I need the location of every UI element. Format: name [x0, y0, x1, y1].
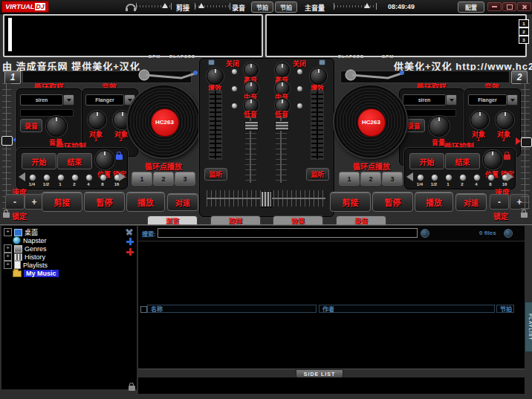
deck2-sample-volume-knob[interactable]: [429, 116, 450, 137]
search-input[interactable]: [158, 228, 418, 238]
deck2-fx-dropdown-icon[interactable]: [507, 94, 518, 106]
mixer-kill-mid-left-led[interactable]: [231, 85, 238, 92]
deck2-loop-double-icon[interactable]: [507, 172, 513, 181]
expand-icon[interactable]: +: [4, 228, 12, 236]
deck1-sync-button[interactable]: 对速: [167, 193, 198, 211]
tree-item-desktop[interactable]: + 桌面: [4, 228, 38, 236]
mixer-gain-left-knob[interactable]: [207, 68, 224, 85]
channel-fader-right-handle[interactable]: [275, 121, 289, 131]
deck1-pitch-slider[interactable]: [2, 83, 11, 211]
tree-item-napster[interactable]: Napster: [13, 236, 47, 244]
deck1-speed-minus-button[interactable]: -: [5, 194, 25, 210]
deck1-pitch-handle[interactable]: [1, 136, 13, 146]
restore-button[interactable]: [502, 2, 516, 11]
deck1-loop-start-button[interactable]: 开始: [22, 153, 56, 169]
beat-button-1[interactable]: 节拍: [251, 1, 273, 13]
deck1-jog-wheel[interactable]: HC263: [128, 85, 200, 158]
deck2-loop-position-knob[interactable]: [483, 150, 502, 169]
pfl-left-button[interactable]: 监听: [204, 168, 227, 181]
deck2-jog-wheel[interactable]: HC263: [334, 85, 406, 158]
deck2-fx-param2-knob[interactable]: [496, 111, 514, 129]
close-button[interactable]: [517, 2, 531, 11]
deck2-cue-1-button[interactable]: 1: [339, 172, 360, 186]
tree-item-history[interactable]: + History: [4, 253, 45, 261]
deck2-speed-lock-icon[interactable]: [521, 213, 528, 218]
waveform-marker-3[interactable]: 3: [519, 36, 529, 44]
deck1-sample-volume-knob[interactable]: [46, 116, 67, 137]
deck2-pause-button[interactable]: 暂停: [372, 192, 413, 212]
deck1-pause-button[interactable]: 暂停: [84, 192, 125, 212]
deck1-sample-dropdown-icon[interactable]: [63, 94, 74, 106]
list-option-icon[interactable]: [504, 229, 513, 238]
headphone-volume-slider[interactable]: [136, 3, 172, 10]
deck2-sync-button[interactable]: 对速: [455, 193, 487, 211]
deck1-sample-record-button[interactable]: 录音: [20, 119, 42, 132]
mixer-gain-right-knob[interactable]: [310, 68, 327, 85]
deck2-fx-param1-knob[interactable]: [470, 111, 489, 129]
playlist-side-tab[interactable]: PLAYLIST: [525, 302, 532, 352]
deck1-loop-lock-icon[interactable]: [116, 155, 123, 160]
deck2-loop-halve-icon[interactable]: [406, 172, 413, 181]
expand-icon[interactable]: +: [4, 261, 12, 269]
search-option-icon[interactable]: [421, 229, 429, 238]
tree-item-my-music[interactable]: My Music: [13, 269, 59, 277]
pfl-right-button[interactable]: 监听: [306, 168, 329, 181]
crossfade-slider-handle[interactable]: [198, 3, 204, 8]
deck2-cue-3-button[interactable]: 3: [382, 172, 403, 186]
mixer-kill-low-left-led[interactable]: [231, 103, 238, 109]
deck2-loop-lock-icon[interactable]: [504, 155, 510, 160]
deck2-speed-minus-button[interactable]: -: [490, 194, 509, 210]
waveform-marker-1[interactable]: 1: [519, 19, 529, 27]
deck2-loop-end-button[interactable]: 结束: [445, 153, 480, 169]
config-button[interactable]: 配置: [458, 1, 484, 13]
headphone-slider-handle[interactable]: [162, 3, 168, 8]
deck2-sample-dropdown-icon[interactable]: [446, 94, 457, 106]
column-header-title[interactable]: 名称: [147, 305, 317, 313]
deck1-fx-select[interactable]: Flanger: [85, 94, 124, 106]
deck1-fx-param1-knob[interactable]: [88, 111, 106, 129]
deck1-sample-select[interactable]: siren: [20, 94, 63, 106]
beat-button-2[interactable]: 节拍: [275, 1, 297, 13]
deck2-cue-2-button[interactable]: 2: [360, 172, 381, 186]
add-red-icon[interactable]: [126, 248, 134, 256]
select-all-checkbox[interactable]: [140, 306, 147, 313]
tree-tool-icon[interactable]: [124, 227, 134, 237]
deck2-pitch-slider[interactable]: [521, 83, 530, 211]
deck2-loop-start-button[interactable]: 开始: [409, 153, 444, 169]
deck1-speed-lock-icon[interactable]: [3, 213, 10, 218]
master-volume-slider[interactable]: [334, 3, 377, 10]
mixer-kill-low-right-led[interactable]: [296, 103, 303, 109]
waveform-marker-2[interactable]: 2: [519, 27, 529, 36]
crossfader-handle[interactable]: [261, 191, 272, 207]
crossfade-slider[interactable]: [195, 3, 230, 10]
deck1-cue-button[interactable]: 剪接: [42, 192, 82, 212]
deck2-fx-select[interactable]: Flanger: [468, 94, 507, 106]
deck2-sample-select[interactable]: siren: [403, 94, 446, 106]
mixer-kill-hi-left-led[interactable]: [231, 68, 238, 75]
mixer-kill-mid-right-led[interactable]: [296, 85, 303, 92]
deck1-loop-position-knob[interactable]: [95, 150, 114, 169]
deck1-play-button[interactable]: 播放: [126, 192, 165, 212]
master-slider-handle[interactable]: [364, 3, 370, 8]
deck1-loop-end-button[interactable]: 结束: [57, 153, 92, 169]
browser-lock-icon[interactable]: [129, 386, 135, 391]
deck1-cue-2-button[interactable]: 2: [153, 172, 174, 186]
expand-icon[interactable]: +: [4, 253, 12, 261]
file-list-area[interactable]: [138, 241, 525, 303]
deck2-cue-button[interactable]: 剪接: [330, 192, 371, 212]
deck1-cue-1-button[interactable]: 1: [132, 172, 152, 186]
mixer-kill-hi-right-led[interactable]: [296, 68, 303, 75]
deck1-loop-halve-icon[interactable]: [19, 172, 25, 181]
column-header-artist[interactable]: 作者: [319, 305, 495, 313]
playlist-area[interactable]: [138, 315, 525, 369]
add-blue-icon[interactable]: [126, 238, 134, 245]
minimize-button[interactable]: [487, 2, 502, 11]
deck2-pitch-handle[interactable]: [521, 137, 532, 147]
deck1-loop-double-icon[interactable]: [119, 172, 126, 181]
deck2-play-button[interactable]: 播放: [415, 192, 453, 212]
crossfader[interactable]: [207, 190, 325, 207]
tree-item-playlists[interactable]: + Playlists: [4, 261, 48, 269]
deck1-cue-3-button[interactable]: 3: [175, 172, 195, 186]
expand-icon[interactable]: +: [4, 244, 12, 253]
channel-fader-left-handle[interactable]: [244, 121, 259, 131]
